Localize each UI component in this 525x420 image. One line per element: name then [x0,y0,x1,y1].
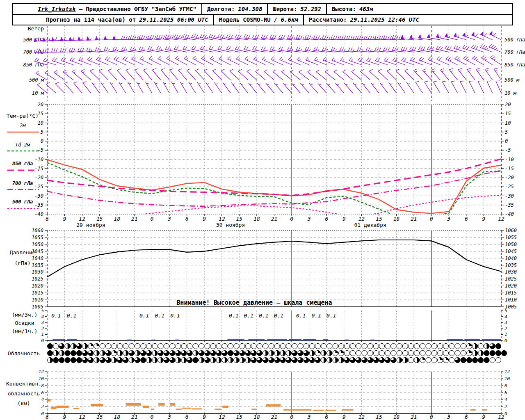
precip-ytick-right: 4 [504,314,507,320]
precip-ytick-left: 1 [41,332,44,337]
precip-ytick-left: 4 [41,314,44,320]
temperature-legend: Тем-ра(°C)2мTd 2м850 гПа700 гПа500 гПа [7,113,39,208]
conv-ytick-right: 4 [504,397,507,402]
svg-text:3: 3 [167,414,171,420]
convective-bars [47,399,487,411]
wind-level-label-right: 10 м [504,90,517,96]
svg-text:15: 15 [96,216,103,222]
svg-text:3: 3 [307,414,311,420]
svg-text:12: 12 [79,216,85,222]
pressure-ytick-left: 1060 [32,228,43,233]
svg-text:9: 9 [342,414,346,420]
svg-text:15: 15 [376,414,382,420]
pressure-ytick-left: 1055 [32,235,43,240]
svg-text:21: 21 [411,216,417,222]
svg-text:6: 6 [185,216,189,222]
date-label: 29 ноября [76,222,105,228]
svg-text:0: 0 [151,414,154,420]
pressure-panel: 1060106010551055105010501045104510401040… [10,228,517,310]
convective-panel: 1212101088664422006912151821036912151821… [6,369,510,420]
wind-panel: Ветер500 гПа500 гПа700 гПа700 гПа850 гПа… [23,25,525,101]
precip-ytick-right: 1 [504,332,507,337]
conv-ytick-left: 12 [39,369,44,374]
svg-text:9: 9 [203,216,206,222]
temp-ytick-right: 15 [505,111,511,116]
pressure-ytick-right: 1040 [505,256,517,261]
temp-ytick-right: 0 [505,138,508,144]
svg-text:12: 12 [79,414,85,420]
legend-label: 500 гПа [12,199,33,205]
svg-text:12: 12 [219,414,225,420]
temp-ytick-left: -20 [34,175,43,180]
precip-3h-label: 0.1 [296,313,306,319]
temp-ytick-left: -25 [34,184,43,189]
precip-3h-label: 0.1 [155,313,164,319]
date-label: 30 ноября [216,222,245,228]
svg-text:12: 12 [358,414,365,420]
precip-ytick-right: 2 [504,326,507,331]
wind-level-label-left: 850 гПа [23,62,44,68]
svg-text:6: 6 [325,216,328,222]
precip-3h-label: 0.1 [139,313,149,319]
temp-ytick-right: -10 [505,157,514,162]
pressure-ytick-right: 1060 [505,228,517,233]
precip-panel-title: Осадки [15,320,34,326]
temperature-panel: 2020151510105500-5-5-10-10-15-15-20-20-2… [34,102,514,228]
pressure-ytick-right: 1010 [505,297,517,303]
pressure-ytick-left: 1010 [32,297,43,303]
svg-text:18: 18 [393,216,400,222]
pressure-ytick-left: 1015 [32,290,43,296]
temp-ytick-right: -30 [505,193,514,199]
cloud-row-1 [47,343,501,349]
conv-ytick-left: 6 [41,390,44,395]
pressure-ytick-right: 1050 [505,242,517,247]
svg-text:21: 21 [271,414,278,420]
pressure-ytick-left: 1040 [32,256,43,261]
wind-level-label-right: 500 м [504,77,520,83]
temp-ytick-left: 5 [41,129,43,135]
svg-text:18: 18 [393,414,400,420]
precip-ytick-left: 3 [41,320,44,325]
svg-text:21: 21 [271,216,278,222]
conv-ytick-right: 6 [504,390,507,395]
conv-panel-title-1: Конвективн. [6,381,41,387]
temp-ytick-right: -25 [505,184,514,189]
precip-unit-1h-label: (мм/1ч.) [12,328,38,334]
cloud-panel-title: Облачность [8,350,40,356]
conv-panel-title-3: (км) [17,400,30,406]
conv-ytick-right: 0 [504,411,507,416]
temp-ytick-right: -5 [505,147,511,153]
precip-3h-label: 0.1 [229,313,238,319]
temp-ytick-right: -35 [505,202,514,208]
svg-text:21: 21 [411,414,417,420]
pressure-ytick-right: 1020 [505,283,517,289]
precip-3h-label: 0.1 [170,313,180,319]
wind-level-label-left: 500 м [29,77,44,83]
svg-text:18: 18 [253,414,260,420]
temp-ytick-right: -40 [505,211,514,217]
precip-3h-label: 0.1 [326,313,336,319]
svg-text:12: 12 [498,414,504,420]
precip-3h-label: 0.1 [274,313,283,319]
pressure-ytick-left: 1050 [32,242,43,247]
pressure-ytick-right: 1030 [505,269,517,275]
svg-text:3: 3 [307,216,311,222]
temp-ytick-right: -15 [505,166,514,171]
precip-3h-label: 0.1 [312,313,321,319]
temp-ytick-left: -35 [34,202,43,208]
svg-text:21: 21 [131,216,138,222]
wind-panel-title: Ветер [28,25,44,32]
temp-ytick-right: 20 [505,102,511,107]
pressure-ytick-right: 1055 [505,235,517,240]
svg-text:0: 0 [290,414,293,420]
svg-text:18: 18 [253,216,260,222]
svg-text:9: 9 [203,414,206,420]
meteogram-chart: Ветер500 гПа500 гПа700 гПа700 гПа850 гПа… [0,0,525,420]
wind-level-label-left: 10 м [32,90,44,96]
pressure-ytick-right: 1015 [505,290,517,296]
precip-ytick-left: 0 [41,338,44,343]
svg-text:21: 21 [131,414,138,420]
wind-level-label-right: 500 гПа [504,37,525,43]
svg-text:3: 3 [447,414,450,420]
pressure-unit-label: (гПа) [14,260,30,266]
